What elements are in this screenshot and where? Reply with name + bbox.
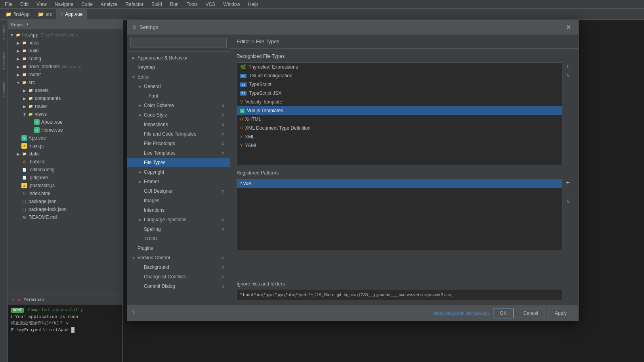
- filetype-xmldtd[interactable]: D XML Document Type Definition: [237, 124, 562, 132]
- filetype-yaml[interactable]: Y YAML: [237, 141, 562, 150]
- pattern-item-vue[interactable]: *.vue: [237, 179, 562, 188]
- settings-node-commitdialog[interactable]: Commit Dialog ⚙: [127, 282, 230, 291]
- edit-pattern-button[interactable]: ✎: [564, 198, 572, 206]
- settings-node-versioncontrol[interactable]: ▼ Version Control ⚙: [127, 253, 230, 262]
- project-dropdown[interactable]: Project ▼: [11, 22, 29, 27]
- tree-indexhtml[interactable]: H index.html: [8, 190, 122, 197]
- footer-link[interactable]: https://blog.csdn.net/jiuxiang1: [432, 311, 490, 316]
- ok-button[interactable]: OK: [493, 308, 513, 318]
- settings-node-livetemplates[interactable]: Live Templates ⚙: [127, 148, 230, 158]
- languageinjections-settings-icon: ⚙: [221, 218, 227, 222]
- settings-node-general[interactable]: ▶ General: [127, 82, 230, 91]
- menu-build[interactable]: Build: [150, 1, 164, 8]
- filetype-vuejs[interactable]: V Vue.js Templates: [237, 106, 562, 115]
- menu-tools[interactable]: Tools: [185, 1, 199, 8]
- filetype-xml[interactable]: X XML: [237, 132, 562, 141]
- settings-node-intentions[interactable]: Intentions: [127, 205, 230, 215]
- settings-node-inspections[interactable]: Inspections ⚙: [127, 120, 230, 129]
- modal-close-button[interactable]: ✕: [564, 23, 573, 32]
- menu-run[interactable]: Run: [168, 1, 180, 8]
- filetype-typescriptjsx[interactable]: TS TypeScript JSX: [237, 89, 562, 98]
- tree-router-top[interactable]: ▶ 📁 router: [8, 71, 122, 79]
- settings-node-colorscheme[interactable]: ▶ Color Scheme ⚙: [127, 101, 230, 110]
- terminal-add-btn[interactable]: +: [11, 296, 15, 303]
- tree-root[interactable]: ▼ 📁 firstApp E:\myProject\firstApp: [8, 31, 122, 39]
- tree-gitignore[interactable]: 📄 .gitignore: [8, 174, 122, 182]
- settings-node-languageinjections[interactable]: ▶ Language Injections ⚙: [127, 215, 230, 224]
- settings-node-background[interactable]: Background ⚙: [127, 262, 230, 272]
- menu-window[interactable]: Window: [222, 1, 242, 8]
- terminal-cursor: [71, 327, 75, 333]
- settings-node-changelistconflicts[interactable]: Changelist Conflicts ⚙: [127, 272, 230, 282]
- menu-refactor[interactable]: Refactor: [124, 1, 145, 8]
- tab-src[interactable]: 📂 src: [34, 9, 57, 20]
- settings-node-copyright[interactable]: ▶ Copyright: [127, 167, 230, 177]
- settings-node-images[interactable]: Images: [127, 196, 230, 205]
- structure-sidebar-label[interactable]: 2: Structure: [2, 52, 6, 70]
- tree-mainjs[interactable]: J main.js: [8, 142, 122, 150]
- tree-assets[interactable]: ▶ 📁 assets: [8, 86, 122, 94]
- tree-src[interactable]: ▼ 📂 src: [8, 79, 122, 86]
- tree-packagelockjson[interactable]: { } package-lock.json: [8, 205, 122, 213]
- settings-node-todo[interactable]: TODO: [127, 234, 230, 243]
- tree-components[interactable]: ▶ 📁 components: [8, 94, 122, 102]
- project-sidebar-label[interactable]: 1: Project: [2, 25, 6, 40]
- settings-node-appearance[interactable]: ▶ Appearance & Behavior: [127, 53, 230, 63]
- settings-node-font[interactable]: Font: [127, 91, 230, 101]
- tree-home[interactable]: V Home.vue: [8, 126, 122, 134]
- tree-postcssrc[interactable]: J .postcssrc.js: [8, 182, 122, 190]
- favorites-sidebar-label[interactable]: Favorites: [2, 82, 6, 97]
- tree-views[interactable]: ▼ 📂 views: [8, 110, 122, 118]
- help-button[interactable]: ?: [132, 310, 136, 317]
- tab-firstapp[interactable]: 📁 firstApp: [2, 9, 34, 20]
- filetype-velocity[interactable]: V Velocity Template: [237, 98, 562, 106]
- menu-navigate[interactable]: Navigate: [53, 1, 75, 8]
- edit-filetype-button[interactable]: ✎: [564, 72, 572, 80]
- settings-search-input[interactable]: [130, 38, 227, 48]
- tab-app-vue[interactable]: V App.vue: [57, 9, 87, 20]
- menu-analyze[interactable]: Analyze: [99, 1, 119, 8]
- filetype-typescript[interactable]: TS TypeScript: [237, 80, 562, 89]
- tree-nodemodules[interactable]: ▶ 📁 node_modules library root: [8, 63, 122, 71]
- tree-build[interactable]: ▶ 📁 build: [8, 47, 122, 55]
- settings-node-keymap[interactable]: Keymap: [127, 63, 230, 72]
- filetype-tslint[interactable]: TS TSLint Configuration: [237, 71, 562, 80]
- tree-readme[interactable]: M README.md: [8, 213, 122, 221]
- add-pattern-button[interactable]: +: [564, 179, 572, 187]
- tree-appvue[interactable]: V App.vue: [8, 134, 122, 142]
- tree-static[interactable]: ▶ 📁 static: [8, 150, 122, 158]
- spelling-settings-icon: ⚙: [221, 227, 227, 232]
- settings-node-filetypes[interactable]: File Types: [127, 158, 230, 167]
- tree-about[interactable]: V About.vue: [8, 118, 122, 126]
- settings-node-editor[interactable]: ▼ Editor: [127, 72, 230, 82]
- menu-edit[interactable]: Edit: [19, 1, 30, 8]
- tree-packagejson[interactable]: { } package.json: [8, 197, 122, 205]
- typescriptjsx-icon: TS: [240, 91, 247, 96]
- filetype-xhtml[interactable]: H XHTML: [237, 115, 562, 124]
- add-filetype-button[interactable]: +: [564, 62, 572, 70]
- menu-bar: File Edit View Navigate Code Analyze Ref…: [0, 0, 644, 9]
- settings-node-plugins[interactable]: Plugins: [127, 243, 230, 253]
- menu-file[interactable]: File: [3, 1, 14, 8]
- ignore-files-input[interactable]: [237, 289, 562, 300]
- tree-babelrc[interactable]: ⚙ .babelrc: [8, 158, 122, 166]
- settings-node-emmet[interactable]: ▶ Emmet: [127, 177, 230, 186]
- settings-node-filecodetemplates[interactable]: File and Code Templates ⚙: [127, 129, 230, 139]
- settings-node-codestyle[interactable]: ▶ Code Style ⚙: [127, 110, 230, 120]
- settings-node-spelling[interactable]: Spelling ⚙: [127, 224, 230, 234]
- menu-code[interactable]: Code: [80, 1, 94, 8]
- cancel-button[interactable]: Cancel: [517, 308, 545, 318]
- settings-node-guidesigner[interactable]: GUI Designer ⚙: [127, 186, 230, 196]
- filetype-thymeleaf[interactable]: 🌿 Thymeleaf Expressions: [237, 63, 562, 71]
- menu-help[interactable]: Help: [247, 1, 260, 8]
- apply-button[interactable]: Apply: [548, 308, 573, 318]
- tree-config[interactable]: ▶ 📁 config: [8, 55, 122, 63]
- tree-idea[interactable]: ▶ 📁 .idea: [8, 39, 122, 47]
- tree-router-src[interactable]: ▶ 📁 router: [8, 102, 122, 110]
- remove-pattern-button[interactable]: −: [564, 188, 572, 196]
- terminal-close-btn[interactable]: ✕: [17, 296, 21, 304]
- menu-view[interactable]: View: [35, 1, 48, 8]
- settings-node-fileencodings[interactable]: File Encodings ⚙: [127, 139, 230, 148]
- tree-editorconfig[interactable]: 📄 .editorconfig: [8, 166, 122, 174]
- menu-vcs[interactable]: VCS: [204, 1, 217, 8]
